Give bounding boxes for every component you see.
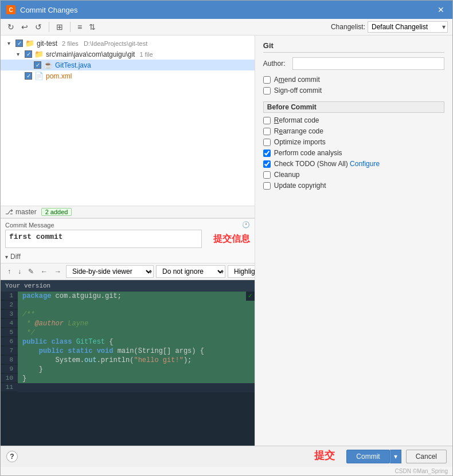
folder-icon: 📁 (25, 39, 34, 48)
before-commit-section: Before Commit Reformat code Rearrange co… (263, 101, 444, 190)
copyright-label: Update copyright (274, 182, 326, 190)
collapse-arrow-icon-src: ▾ (17, 51, 22, 57)
main-content: ▾ ✓ 📁 git-test 2 files D:\IdeaProjects\g… (1, 36, 452, 446)
code-area[interactable]: Your version 1 package com.atguigu.git; … (1, 280, 255, 446)
collapse-arrow-icon: ▾ (7, 40, 13, 46)
viewer-select[interactable]: Side-by-side viewer (66, 265, 154, 278)
help-button[interactable]: ? (6, 451, 18, 462)
line-content-8: System.out.println("hello git!"); (18, 356, 255, 365)
title-bar: C Commit Changes ✕ (1, 1, 452, 19)
status-badge: 2 added (41, 208, 72, 216)
copyright-row[interactable]: Update copyright (263, 182, 444, 190)
git-test-info: 2 files D:\IdeaProjects\git-test (62, 40, 147, 47)
file-tree[interactable]: ▾ ✓ 📁 git-test 2 files D:\IdeaProjects\g… (1, 36, 255, 206)
tree-item-pom[interactable]: ✓ 📄 pom.xml (1, 70, 255, 81)
tree-item-src-main[interactable]: ▾ ✓ 📁 src\main\java\com\atguigu\git 1 fi… (1, 49, 255, 60)
checkbox-git-test[interactable]: ✓ (15, 40, 23, 47)
close-button[interactable]: ✕ (435, 4, 447, 15)
back-button[interactable]: ← (38, 266, 50, 277)
optimize-checkbox[interactable] (263, 139, 271, 146)
diff-label[interactable]: ▾ Diff (5, 253, 250, 261)
viewer-select-wrapper: Side-by-side viewer ▾ (66, 265, 154, 278)
line-number-4: 4 (1, 319, 18, 327)
left-panel: ▾ ✓ 📁 git-test 2 files D:\IdeaProjects\g… (1, 36, 255, 446)
commit-button[interactable]: Commit (346, 450, 389, 463)
code-line-11: 11 (1, 383, 255, 392)
cleanup-checkbox[interactable] (263, 171, 271, 179)
codeanalysis-checkbox[interactable] (263, 150, 271, 157)
diff-label-text: Diff (10, 253, 21, 261)
forward-button[interactable]: → (52, 266, 64, 277)
refresh-button[interactable]: ↻ (5, 21, 17, 33)
expand-button[interactable]: ≡ (75, 21, 84, 33)
amend-commit-checkbox[interactable] (263, 76, 271, 84)
line-content-6: public class GitTest { (18, 337, 255, 347)
code-line-5: 5 */ (1, 328, 255, 337)
title-bar-left: C Commit Changes (6, 5, 77, 14)
signoff-commit-row[interactable]: Sign-off commit (263, 86, 444, 95)
edit-button[interactable]: ✎ (26, 266, 36, 277)
rearrange-label: Rearrange code (274, 127, 323, 135)
changelist-label: Changelist: (331, 23, 365, 31)
line-content-9: } (18, 365, 255, 374)
right-panel: Git Author: Amend commit Sign-off commit… (255, 36, 452, 446)
line-number-7: 7 (1, 347, 18, 355)
line-number-2: 2 (1, 301, 18, 309)
highlight-select[interactable]: Highlight words (228, 265, 255, 278)
checkbox-gittest[interactable]: ✓ (34, 61, 41, 69)
code-version-label: Your version (1, 280, 255, 292)
author-label: Author: (263, 60, 289, 68)
collapse-button[interactable]: ⇅ (87, 21, 98, 33)
commit-chinese-hint: 提交信息 (213, 233, 250, 245)
group-by-button[interactable]: ⊞ (54, 21, 65, 33)
tree-item-gittest[interactable]: ✓ ☕ GitTest.java (1, 60, 255, 70)
line-number-9: 9 (1, 365, 18, 373)
optimize-label: Optimize imports (274, 138, 326, 146)
line-content-5: */ (18, 328, 255, 337)
configure-link[interactable]: Configure (350, 160, 380, 168)
checkmark-icon: ✓ (248, 292, 255, 300)
commit-message-input[interactable]: first commit (5, 230, 202, 248)
commit-button-group: Commit ▾ (346, 450, 401, 463)
checkbox-src-main[interactable]: ✓ (25, 50, 32, 58)
commit-message-label-row: Commit Message 🕐 (5, 221, 250, 229)
commit-split-button[interactable]: ▾ (390, 450, 401, 463)
code-line-9: 9 } (1, 365, 255, 374)
redo-button[interactable]: ↺ (33, 21, 44, 33)
author-input[interactable] (292, 57, 444, 70)
diff-section: ▾ Diff (1, 250, 255, 263)
amend-commit-row[interactable]: Amend commit (263, 76, 444, 84)
line-content-4: * @author Layne (18, 319, 255, 328)
optimize-row[interactable]: Optimize imports (263, 138, 444, 146)
checkbox-pom[interactable]: ✓ (25, 72, 32, 80)
undo-button[interactable]: ↩ (19, 21, 30, 33)
rearrange-row[interactable]: Rearrange code (263, 127, 444, 135)
ignore-select[interactable]: Do not ignore (156, 265, 225, 278)
codeanalysis-row[interactable]: Perform code analysis (263, 149, 444, 157)
separator-2 (70, 22, 71, 32)
line-content-1: package com.atguigu.git; (18, 292, 246, 301)
checktodo-checkbox[interactable] (263, 160, 271, 168)
code-line-10: 10 } (1, 374, 255, 383)
no-arrow-pom (17, 73, 22, 79)
rearrange-checkbox[interactable] (263, 128, 271, 135)
reformat-row[interactable]: Reformat code (263, 116, 444, 124)
reformat-checkbox[interactable] (263, 117, 271, 124)
cleanup-row[interactable]: Cleanup (263, 171, 444, 179)
code-line-1: 1 package com.atguigu.git; ✓ (1, 292, 255, 301)
checktodo-label: Check TODO (Show All) Configure (274, 160, 380, 168)
checktodo-row[interactable]: Check TODO (Show All) Configure (263, 160, 444, 168)
line-number-11: 11 (1, 383, 18, 391)
folder-icon-src: 📁 (34, 50, 44, 58)
next-change-button[interactable]: ↓ (15, 266, 24, 277)
changelist-select[interactable]: Default Changelist (368, 21, 448, 33)
main-toolbar: ↻ ↩ ↺ ⊞ ≡ ⇅ Changelist: Default Changeli… (1, 19, 452, 36)
clock-icon: 🕐 (242, 221, 250, 229)
copyright-checkbox[interactable] (263, 182, 271, 190)
code-line-4: 4 * @author Layne (1, 319, 255, 328)
cancel-button[interactable]: Cancel (406, 450, 447, 463)
highlight-select-wrapper: Highlight words ▾ (228, 265, 255, 278)
tree-item-git-test[interactable]: ▾ ✓ 📁 git-test 2 files D:\IdeaProjects\g… (1, 38, 255, 49)
prev-change-button[interactable]: ↑ (5, 266, 13, 277)
signoff-commit-checkbox[interactable] (263, 87, 271, 95)
